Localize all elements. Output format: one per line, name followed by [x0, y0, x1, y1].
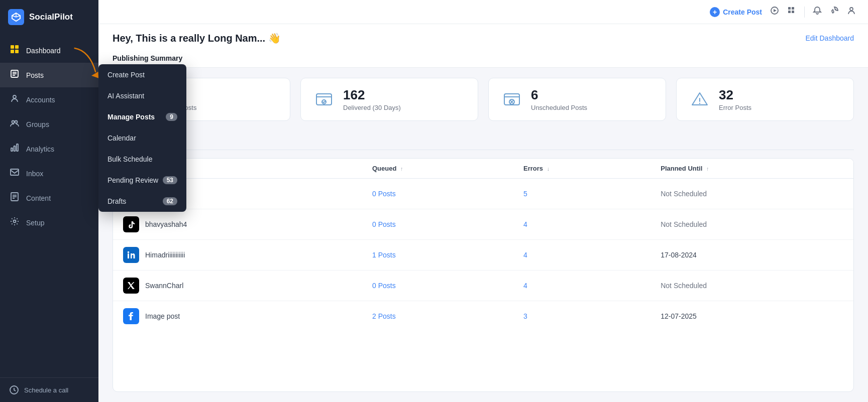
svg-rect-3 — [15, 50, 19, 53]
groups-icon — [9, 118, 20, 130]
account-name: Himadriiiiiiiiiii — [145, 251, 185, 259]
sidebar-label-setup: Setup — [26, 219, 45, 227]
accounts-icon — [9, 93, 20, 106]
dropdown-item-drafts[interactable]: Drafts 62 — [98, 191, 186, 212]
schedule-call-button[interactable]: Schedule a call — [9, 385, 89, 395]
table-row: bhavyashah4 0 Posts 4 Not Scheduled — [113, 209, 853, 240]
account-name-cell: Himadriiiiiiiiiii — [123, 247, 352, 263]
svg-rect-2 — [11, 50, 14, 53]
logo-icon — [8, 9, 24, 25]
topbar-play-icon[interactable] — [770, 6, 779, 18]
account-name: Image post — [145, 312, 180, 320]
topbar-bell-icon[interactable] — [813, 6, 822, 18]
facebook-icon — [123, 308, 139, 324]
stats-row: — Queued Posts 162 Delivered (30 Days) — [98, 68, 868, 131]
inbox-icon — [9, 167, 20, 180]
sidebar-item-posts[interactable]: Posts — [0, 63, 98, 87]
planned-sort-icon: ↑ — [706, 166, 709, 172]
topbar-create-post[interactable]: + Create Post — [710, 7, 762, 17]
sidebar-nav: Dashboard Posts Accounts — [0, 34, 98, 377]
delivered-label: Delivered (30 Days) — [343, 104, 401, 111]
error-count[interactable]: 3 — [523, 312, 527, 320]
sidebar: SocialPilot Dashboard — [0, 0, 98, 402]
svg-point-28 — [850, 8, 853, 11]
planned-date: Not Scheduled — [661, 190, 707, 198]
delivered-number: 162 — [343, 87, 401, 103]
sidebar-item-dashboard[interactable]: Dashboard — [0, 38, 98, 63]
svg-rect-23 — [788, 7, 791, 10]
error-number: 32 — [719, 87, 751, 103]
unscheduled-number: 6 — [531, 87, 587, 103]
sidebar-label-content: Content — [26, 194, 51, 202]
sidebar-item-inbox[interactable]: Inbox — [0, 161, 98, 186]
queued-sort-icon: ↑ — [400, 166, 403, 172]
content-section: by Accounts Name ↑ Queued ↑ — [98, 131, 868, 402]
queued-link[interactable]: 0 Posts — [372, 282, 396, 290]
sidebar-label-inbox: Inbox — [26, 170, 43, 178]
content-icon — [9, 192, 20, 204]
stat-card-unscheduled[interactable]: 6 Unscheduled Posts — [488, 78, 666, 121]
sidebar-item-analytics[interactable]: Analytics — [0, 137, 98, 161]
dropdown-item-bulk-schedule[interactable]: Bulk Schedule — [98, 149, 186, 170]
delivered-icon — [313, 88, 335, 110]
table-row: Arch Studio 0 Posts 5 Not Scheduled — [113, 179, 853, 209]
sidebar-bottom: Schedule a call — [0, 377, 98, 402]
table-row: Himadriiiiiiiiiii 1 Posts 4 17-08-2024 — [113, 240, 853, 271]
svg-point-27 — [835, 9, 836, 11]
queued-link[interactable]: 0 Posts — [372, 220, 396, 228]
page-tabs: Publishing Summary — [113, 50, 854, 67]
topbar-create-post-label: Create Post — [723, 8, 762, 16]
svg-point-8 — [13, 95, 16, 98]
svg-rect-1 — [15, 45, 19, 49]
dropdown-item-ai-assistant[interactable]: AI Assistant — [98, 85, 186, 106]
stat-card-error[interactable]: 32 Error Posts — [676, 78, 854, 121]
sidebar-item-setup[interactable]: Setup — [0, 210, 98, 235]
queued-link[interactable]: 0 Posts — [372, 190, 396, 198]
sidebar-item-groups[interactable]: Groups — [0, 112, 98, 137]
planned-date: Not Scheduled — [661, 220, 707, 228]
topbar-rocket-icon[interactable] — [830, 6, 839, 18]
error-count[interactable]: 5 — [523, 190, 527, 198]
queued-link[interactable]: 2 Posts — [372, 312, 396, 320]
sidebar-item-accounts[interactable]: Accounts — [0, 87, 98, 112]
col-queued[interactable]: Queued ↑ — [362, 159, 513, 179]
linkedin-icon — [123, 247, 139, 263]
svg-rect-11 — [11, 148, 13, 151]
svg-rect-13 — [17, 144, 18, 151]
dropdown-item-pending-review[interactable]: Pending Review 53 — [98, 170, 186, 191]
stat-card-delivered[interactable]: 162 Delivered (30 Days) — [300, 78, 478, 121]
twitter-icon — [123, 278, 139, 294]
app-logo[interactable]: SocialPilot — [0, 0, 98, 34]
account-name-cell: bhavyashah4 — [123, 216, 352, 232]
account-name-cell: Image post — [123, 308, 352, 324]
page-header: Hey, This is a really Long Nam... 👋 Edit… — [98, 24, 868, 68]
topbar-divider — [804, 7, 805, 18]
table-row: Image post 2 Posts 3 12-07-2025 — [113, 301, 853, 332]
schedule-call-label: Schedule a call — [24, 386, 68, 394]
error-label: Error Posts — [719, 104, 751, 111]
col-planned[interactable]: Planned Until ↑ — [650, 159, 853, 179]
dropdown-item-manage-posts[interactable]: Manage Posts 9 — [98, 106, 186, 127]
dropdown-item-calendar[interactable]: Calendar — [98, 127, 186, 149]
error-count[interactable]: 4 — [523, 251, 527, 259]
svg-rect-26 — [792, 11, 794, 13]
svg-point-9 — [12, 121, 15, 123]
error-count[interactable]: 4 — [523, 282, 527, 290]
svg-point-18 — [14, 220, 16, 223]
error-count[interactable]: 4 — [523, 220, 527, 228]
sidebar-label-analytics: Analytics — [26, 145, 54, 153]
account-name-cell: SwannCharl — [123, 278, 352, 294]
drafts-badge: 62 — [163, 197, 177, 205]
queued-link[interactable]: 1 Posts — [372, 251, 396, 259]
topbar-user-icon[interactable] — [847, 6, 856, 18]
section-tabs: by Accounts — [113, 131, 854, 150]
edit-dashboard-link[interactable]: Edit Dashboard — [805, 34, 854, 42]
svg-point-10 — [15, 121, 18, 123]
topbar-grid-icon[interactable] — [787, 6, 796, 18]
account-name: bhavyashah4 — [145, 220, 187, 228]
svg-rect-25 — [788, 11, 791, 13]
dropdown-item-create-post[interactable]: Create Post — [98, 64, 186, 85]
col-errors[interactable]: Errors ↓ — [513, 159, 650, 179]
posts-dropdown-menu: Create Post AI Assistant Manage Posts 9 … — [98, 64, 186, 212]
sidebar-item-content[interactable]: Content — [0, 186, 98, 210]
